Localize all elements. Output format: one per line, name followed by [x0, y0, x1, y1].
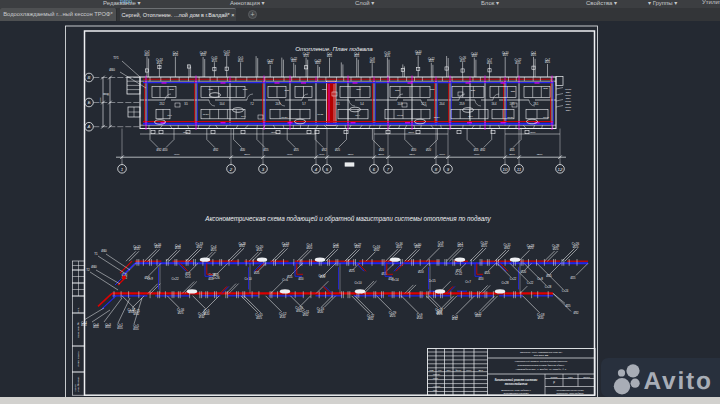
svg-text:Avito: Avito — [643, 367, 712, 394]
